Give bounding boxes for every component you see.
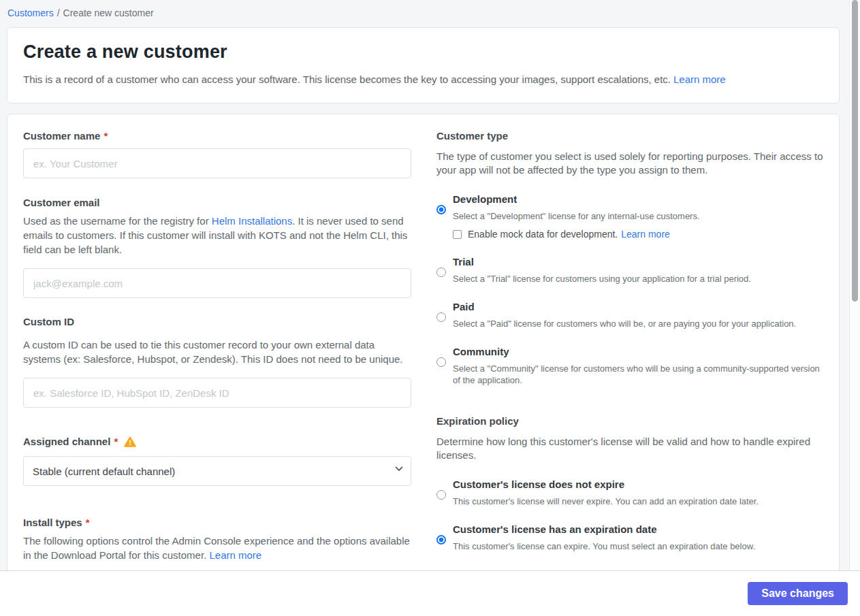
customer-type-option-trial: Trial Select a "Trial" license for custo… [436,255,826,285]
breadcrumb-current: Create new customer [63,7,154,18]
option-desc-trial: Select a "Trial" license for customers u… [453,273,751,285]
option-title-has-date: Customer's license has an expiration dat… [453,523,755,536]
form-card: Customer name * Customer email Used as t… [7,114,840,616]
helm-installations-link[interactable]: Helm Installations [212,215,292,227]
customer-name-field: Customer name * [23,130,411,178]
custom-id-input[interactable] [23,378,411,408]
header-card: Create a new customer This is a record o… [7,27,840,103]
footer-bar: Save changes [0,570,860,616]
breadcrumb-separator: / [57,7,60,18]
header-description-text: This is a record of a customer who can a… [23,74,671,85]
header-description: This is a record of a customer who can a… [23,73,823,86]
assigned-channel-field: Assigned channel * Stable (current defau… [23,436,411,486]
option-body: Development Select a "Development" licen… [453,193,700,240]
install-types-field: Install types * The following options co… [23,517,411,562]
option-desc-paid: Select a "Paid" license for customers wh… [453,318,796,329]
assigned-channel-select[interactable]: Stable (current default channel) [23,456,411,486]
radio-license-has-expiration[interactable] [436,535,446,545]
install-types-label: Install types [23,517,82,528]
mock-data-checkbox[interactable] [453,230,462,239]
customer-name-input[interactable] [23,148,411,178]
mock-data-learn-more-link[interactable]: Learn more [621,229,670,240]
radio-development[interactable] [436,205,446,214]
customer-type-option-development: Development Select a "Development" licen… [436,193,826,240]
expiration-policy-description: Determine how long this customer's licen… [436,435,826,462]
breadcrumb: Customers/Create new customer [0,0,860,18]
breadcrumb-customers-link[interactable]: Customers [7,7,54,18]
header-learn-more-link[interactable]: Learn more [673,74,726,85]
page: Customers/Create new customer Create a n… [0,0,860,616]
customer-type-option-community: Community Select a "Community" license f… [436,345,826,386]
option-desc-community: Select a "Community" license for custome… [453,363,826,386]
option-body: Customer's license has an expiration dat… [453,523,755,552]
email-desc-before: Used as the username for the registry fo… [23,215,212,227]
customer-email-field: Customer email Used as the username for … [23,197,411,298]
scrollbar-thumb[interactable] [852,0,858,302]
customer-type-option-paid: Paid Select a "Paid" license for custome… [436,300,826,329]
required-asterisk: * [103,130,108,142]
radio-paid[interactable] [436,312,446,322]
page-title: Create a new customer [23,42,823,63]
option-desc-no-expire: This customer's license will never expir… [453,496,759,507]
custom-id-description: A custom ID can be used to tie this cust… [23,338,411,366]
radio-license-does-not-expire[interactable] [436,490,446,500]
required-asterisk: * [86,517,90,528]
save-changes-button[interactable]: Save changes [748,582,848,605]
required-asterisk: * [114,436,118,447]
customer-type-heading: Customer type [436,130,826,142]
form-left-column: Customer name * Customer email Used as t… [23,130,411,602]
mock-data-label: Enable mock data for development. [468,229,618,240]
warning-icon [124,436,136,447]
custom-id-label: Custom ID [23,316,74,327]
assigned-channel-select-wrap: Stable (current default channel) [23,456,411,486]
radio-trial[interactable] [436,268,446,277]
option-body: Community Select a "Community" license f… [453,345,826,386]
install-types-learn-more-link[interactable]: Learn more [209,549,261,561]
option-body: Customer's license does not expire This … [453,478,759,507]
option-title-trial: Trial [453,255,751,269]
expiration-policy-heading: Expiration policy [436,415,826,427]
custom-id-field: Custom ID A custom ID can be used to tie… [23,316,411,408]
customer-email-input[interactable] [23,268,411,298]
customer-type-description: The type of customer you select is used … [436,150,826,177]
option-title-community: Community [453,345,826,359]
scrollbar[interactable] [849,0,860,570]
customer-email-label: Customer email [23,197,100,208]
radio-community[interactable] [436,357,446,367]
assigned-channel-label: Assigned channel [23,436,110,447]
option-title-paid: Paid [453,300,796,314]
customer-name-label: Customer name [23,130,100,142]
expiration-option-no-expire: Customer's license does not expire This … [436,478,826,507]
form-right-column: Customer type The type of customer you s… [436,130,826,602]
install-types-description: The following options control the Admin … [23,534,411,562]
option-desc-development: Select a "Development" license for any i… [453,210,700,222]
mock-data-row: Enable mock data for development. Learn … [453,229,700,240]
expiration-option-has-date: Customer's license has an expiration dat… [436,523,826,552]
option-title-no-expire: Customer's license does not expire [453,478,759,491]
option-desc-has-date: This customer's license can expire. You … [453,540,755,552]
option-body: Trial Select a "Trial" license for custo… [453,255,751,285]
option-title-development: Development [453,193,700,206]
option-body: Paid Select a "Paid" license for custome… [453,300,796,329]
customer-email-description: Used as the username for the registry fo… [23,214,411,257]
